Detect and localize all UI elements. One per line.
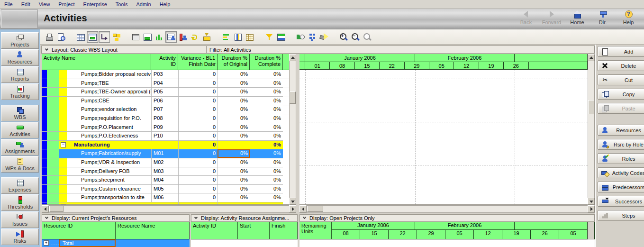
zoom-in-button[interactable]: + (338, 31, 349, 43)
column-header-resource-name[interactable]: Resource Name (116, 222, 190, 239)
table-row[interactable]: Pumps;TBE-Owner approval (if aP0500%0% (42, 88, 283, 97)
timescale-week[interactable]: 19 (502, 230, 531, 239)
sidebar-item-issues[interactable]: Issues (1, 211, 39, 228)
timescale-week[interactable]: 26 (504, 62, 528, 70)
timescale-month[interactable] (515, 54, 588, 62)
column-header-remaining-units[interactable]: Remaining Units (299, 222, 332, 239)
spreadsheet-button[interactable] (201, 31, 212, 43)
usage-panel-title[interactable]: Display: Open Projects Only (299, 214, 595, 222)
activity-table-hscrollbar[interactable] (42, 205, 296, 213)
collapse-toggle[interactable]: − (61, 204, 66, 205)
roles-button[interactable]: Roles (598, 153, 644, 164)
table-row[interactable]: Pumps;requisition for P.O.P0800%0% (42, 114, 283, 123)
scroll-down-button[interactable] (289, 198, 296, 205)
sidebar-item-assignments[interactable]: Assignments (1, 139, 39, 156)
column-header-activity-id[interactable]: Activity ID (191, 222, 238, 239)
sidebar-item-tracking[interactable]: Tracking (1, 83, 39, 100)
nav-home-button[interactable]: Home (564, 10, 590, 25)
timescale-week[interactable]: 12 (454, 62, 479, 70)
add-button[interactable]: Add (598, 46, 644, 57)
resource-table-button[interactable] (165, 31, 177, 43)
filter-button[interactable] (263, 31, 275, 43)
scroll-right-button[interactable] (289, 205, 296, 212)
menu-item-tools[interactable]: Tools (111, 1, 132, 8)
group-sort-button[interactable] (220, 31, 232, 43)
nav-help-button[interactable]: ?Help (616, 10, 641, 25)
resources-panel-title[interactable]: Display: Current Project's Resources (42, 214, 190, 222)
menu-item-help[interactable]: Help (155, 1, 175, 8)
sidebar-item-risks[interactable]: Risks (1, 229, 39, 245)
gantt-vscrollbar[interactable] (588, 54, 595, 205)
scroll-up-button[interactable] (289, 54, 296, 61)
timescale-month[interactable]: January 2006 (305, 54, 415, 62)
timescale-week[interactable]: 22 (380, 62, 404, 70)
assignments-panel-title[interactable]: Display: Activity Resource Assignme... (191, 214, 298, 222)
table-row[interactable]: Pumps;transportaion to siteM0600%0% (42, 193, 283, 202)
timescale-week[interactable]: 08 (330, 62, 354, 70)
gantt-chart-area[interactable] (299, 70, 588, 205)
delete-button[interactable]: Delete (598, 60, 644, 71)
successors-button[interactable]: Successors (598, 196, 644, 207)
table-row[interactable]: Pumps;Fabrication/supplyM0100%0% (42, 149, 283, 158)
sidebar-item-wbs[interactable]: WBS (1, 105, 39, 121)
timescale-month[interactable] (515, 222, 588, 230)
cut-button[interactable]: ✂Cut (598, 74, 644, 85)
timescale-month[interactable]: February 2006 (415, 222, 515, 230)
menu-item-view[interactable]: View (35, 1, 54, 8)
spotlight-button[interactable] (318, 31, 330, 43)
filter-selector[interactable]: Filter: All Activities (207, 46, 594, 53)
table-row[interactable]: Pumps;TBEP0400%0% (42, 79, 283, 88)
steps-button[interactable]: Steps (598, 210, 644, 221)
resources-button[interactable]: Resources (598, 125, 644, 136)
column-header-start[interactable]: Start (238, 222, 270, 239)
column-header-activity-id[interactable]: Activity ID (151, 54, 178, 70)
expand-toggle[interactable]: + (44, 240, 49, 246)
timescale-month[interactable]: January 2006 (332, 222, 415, 230)
timescale-week[interactable]: 22 (389, 230, 417, 239)
table-row[interactable]: Pumps;VDR & InspectionM0200%0% (42, 158, 283, 167)
column-header-finish[interactable]: Finish (270, 222, 298, 239)
menu-item-project[interactable]: Project (54, 1, 79, 8)
print-preview-button[interactable] (55, 31, 67, 43)
scroll-thumb[interactable] (49, 206, 63, 212)
scroll-right-button[interactable] (588, 205, 595, 212)
pane-splitter-vertical[interactable] (296, 54, 299, 213)
timescale-week[interactable]: 19 (479, 62, 504, 70)
sidebar-item-reports[interactable]: Reports (1, 66, 39, 83)
resource-profile-button[interactable] (177, 31, 189, 43)
timescale-week[interactable]: 05 (429, 62, 454, 70)
predecessors-button[interactable]: Predecessors (598, 182, 644, 192)
schedule-button[interactable] (295, 31, 306, 43)
top-window-button[interactable] (130, 31, 141, 43)
total-row[interactable]: +.....Total (42, 239, 190, 247)
gantt-chart-button[interactable] (142, 31, 153, 43)
sidebar-item-wps-docs[interactable]: WPs & Docs (1, 156, 39, 173)
layout-options-button[interactable] (275, 31, 287, 43)
timescale-week[interactable]: 12 (474, 230, 502, 239)
sidebar-item-activities[interactable]: Activities (1, 122, 39, 138)
timescale-week[interactable]: 15 (360, 230, 389, 239)
scroll-left-button[interactable] (42, 205, 49, 212)
column-header-variance-bl1-finish-date[interactable]: Variance - BL1 Finish Date▽ (178, 54, 218, 70)
reorganize-button[interactable] (189, 31, 200, 43)
activity-codes-button[interactable]: Activity Codes (598, 167, 644, 178)
scroll-thumb[interactable] (588, 100, 594, 114)
timescale-week[interactable]: 29 (417, 230, 445, 239)
timescale-week[interactable]: 05 (445, 230, 474, 239)
menu-item-file[interactable]: File (0, 1, 17, 8)
activity-table-vscrollbar[interactable] (289, 54, 296, 205)
timescale-week[interactable]: 08 (332, 230, 360, 239)
column-header-duration-complete[interactable]: Duration % Complete (250, 54, 283, 70)
timescale-month[interactable]: February 2006 (415, 54, 515, 62)
profile-button[interactable] (154, 31, 165, 43)
global-change-button[interactable] (307, 31, 318, 43)
activity-network-button[interactable] (110, 31, 122, 43)
sidebar-item-projects[interactable]: Projects (1, 32, 39, 49)
menu-item-admin[interactable]: Admin (132, 1, 155, 8)
trace-logic-button[interactable] (99, 31, 110, 43)
columns-button[interactable] (232, 31, 244, 43)
sidebar-item-thresholds[interactable]: Thresholds (1, 194, 39, 211)
scroll-up-button[interactable] (588, 54, 595, 61)
table-row[interactable]: Pumps;Bidder proposal receivedP0300%0% (42, 70, 283, 79)
menu-item-edit[interactable]: Edit (17, 1, 35, 8)
